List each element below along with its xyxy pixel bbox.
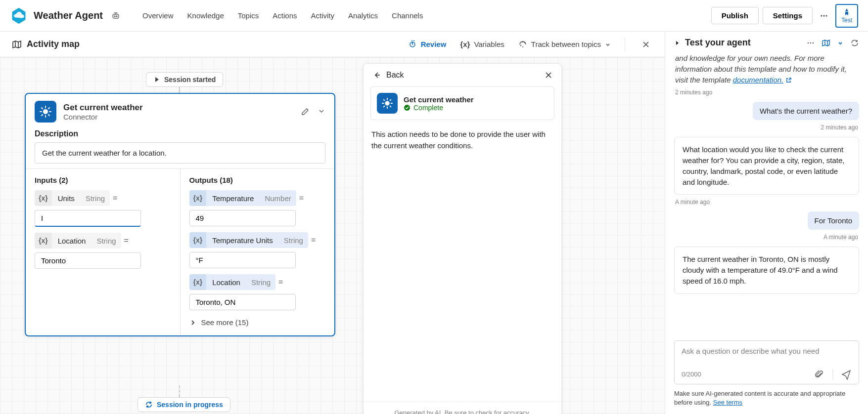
track-topics-button[interactable]: Track between topics [518,40,611,49]
see-more-button[interactable]: See more (15) [189,316,326,329]
char-count: 0/2000 [682,371,701,378]
top-bar: Weather Agent Overview Knowledge Topics … [0,0,868,32]
chevron-down-icon [605,41,611,47]
svg-line-13 [42,108,43,109]
output-var-location[interactable]: {x} Location String [189,274,276,290]
svg-line-16 [42,115,43,116]
caret-right-icon[interactable] [674,40,680,46]
chevron-down-icon[interactable] [318,107,325,116]
svg-rect-1 [113,14,119,18]
variables-button[interactable]: {x} Variables [460,40,504,48]
canvas-toolbar: Activity map Review {x} Variables Track … [0,32,665,57]
svg-point-29 [813,42,814,43]
svg-point-4 [821,15,822,16]
connector-node-card[interactable]: Get current weather Connector Descriptio… [25,93,335,336]
output-var-temp-units[interactable]: {x} Temperature Units String [189,232,308,248]
output-value-temp-units[interactable] [189,252,296,268]
bot-icon[interactable] [111,11,121,21]
nav-tab-overview[interactable]: Overview [142,9,174,22]
bot-message: What location would you like to check th… [674,137,859,195]
timestamp: 2 minutes ago [820,123,859,134]
node-title: Get current weather [63,103,143,113]
svg-line-25 [384,106,385,107]
svg-point-2 [114,16,115,17]
chevron-down-icon[interactable] [837,40,843,46]
more-button[interactable] [817,8,831,23]
chat-body[interactable]: and knowledge for your own needs. For mo… [665,53,868,333]
svg-point-8 [43,109,48,114]
description-label: Description [35,129,325,138]
svg-point-28 [810,42,812,43]
test-button-label: Test [841,17,852,24]
node-header: Get current weather Connector [26,94,334,129]
documentation-link[interactable]: documentation. [733,76,784,84]
bot-message: The current weather in Toronto, ON is mo… [674,247,859,293]
nav-tab-channels[interactable]: Channels [392,9,423,22]
detail-title: Get current weather [404,95,474,104]
input-value-units[interactable] [35,210,141,227]
detail-description: This action needs to be done to provide … [364,120,561,160]
outputs-label: Outputs (18) [189,176,326,184]
nav-tab-knowledge[interactable]: Knowledge [187,9,224,22]
nav-tab-actions[interactable]: Actions [273,9,297,22]
publish-button[interactable]: Publish [711,7,759,24]
refresh-icon[interactable] [850,39,859,47]
more-icon[interactable] [807,39,815,47]
nav-tab-activity[interactable]: Activity [311,9,335,22]
detail-status: Complete [404,104,474,112]
input-var-location[interactable]: {x} Location String [35,233,121,248]
node-subtitle: Connector [63,113,143,121]
canvas-body[interactable]: Session started Get current weather Conn… [0,57,665,414]
play-icon [153,76,160,83]
output-value-location[interactable] [189,294,296,310]
output-value-temperature[interactable] [189,210,296,226]
output-var-temperature[interactable]: {x} Temperature Number [189,190,296,206]
review-button[interactable]: Review [408,40,447,49]
inputs-label: Inputs (2) [35,176,171,184]
detail-panel: Back Get current weather Complete [363,63,562,414]
svg-line-14 [48,115,49,116]
user-message: For Toronto [808,211,859,230]
svg-point-6 [825,15,827,16]
input-value-location[interactable] [35,252,141,269]
map-icon[interactable] [822,39,830,47]
send-icon[interactable] [841,369,852,380]
timestamp: A minute ago [822,233,859,244]
svg-line-23 [390,106,391,107]
description-text: Get the current weather for a location. [35,142,325,164]
svg-line-24 [390,100,391,101]
close-canvas-button[interactable] [639,38,653,51]
edit-icon[interactable] [301,107,310,116]
inputs-column: Inputs (2) {x} Units String = [26,169,181,335]
canvas-area: Activity map Review {x} Variables Track … [0,32,665,414]
session-started-pill: Session started [146,72,223,87]
see-terms-link[interactable]: See terms [713,399,742,406]
weather-icon [377,93,398,114]
map-icon [12,40,22,49]
weather-icon [35,101,56,123]
composer-input[interactable] [682,347,852,359]
external-link-icon [785,77,792,83]
close-detail-button[interactable] [545,71,552,79]
input-var-units[interactable]: {x} Units String [35,190,110,206]
session-progress-pill: Session in progress [137,397,230,412]
timestamp: A minute ago [674,198,859,208]
svg-point-17 [385,101,389,105]
activity-map-title: Activity map [12,39,80,49]
settings-button[interactable]: Settings [763,7,813,24]
detail-card: Get current weather Complete [370,86,554,120]
ai-disclaimer: Generated by AI. Be sure to check for ac… [364,402,561,414]
app-title: Weather Agent [34,10,103,21]
attach-icon[interactable] [815,370,824,379]
svg-point-3 [116,16,117,17]
disclaimer: Make sure AI-generated content is accura… [665,389,868,414]
arrow-left-icon [372,71,381,80]
nav-tab-topics[interactable]: Topics [238,9,259,22]
test-button[interactable]: Test [835,4,858,28]
svg-line-22 [384,100,385,101]
back-button[interactable]: Back [372,71,404,80]
bot-intro: and knowledge for your own needs. For mo… [674,53,859,85]
nav-tab-analytics[interactable]: Analytics [348,9,378,22]
timestamp: 2 minutes ago [674,88,859,99]
nav-tabs: Overview Knowledge Topics Actions Activi… [142,9,423,22]
